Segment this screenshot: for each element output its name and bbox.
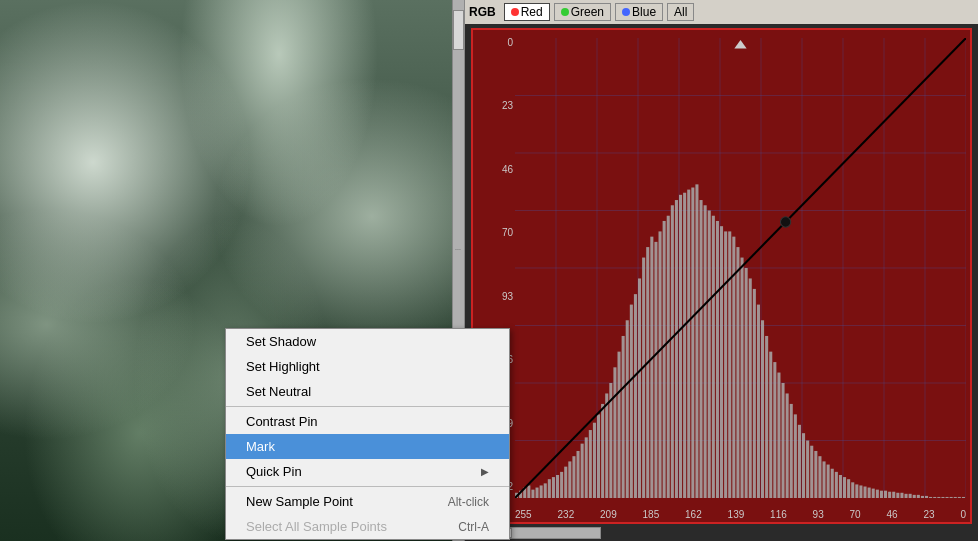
- svg-rect-82: [773, 362, 776, 498]
- svg-rect-87: [794, 414, 797, 498]
- svg-rect-119: [925, 496, 928, 498]
- y-label-23: 23: [502, 101, 513, 111]
- context-menu-item[interactable]: Contrast Pin: [226, 409, 509, 434]
- svg-rect-50: [642, 258, 645, 498]
- svg-rect-61: [687, 190, 690, 498]
- y-label-93: 93: [502, 292, 513, 302]
- svg-rect-115: [909, 494, 912, 498]
- svg-rect-92: [814, 451, 817, 498]
- svg-rect-84: [782, 383, 785, 498]
- svg-rect-68: [716, 221, 719, 498]
- svg-rect-75: [745, 268, 748, 498]
- svg-rect-112: [896, 493, 899, 498]
- svg-rect-56: [667, 216, 670, 498]
- svg-rect-108: [880, 491, 883, 498]
- svg-rect-31: [564, 467, 567, 498]
- context-menu-arrow-icon: ▶: [481, 466, 489, 477]
- x-label-0: 0: [960, 509, 966, 520]
- svg-rect-33: [572, 456, 575, 498]
- svg-rect-26: [544, 483, 547, 498]
- green-dot-icon: [561, 8, 569, 16]
- context-menu-item-label: Mark: [246, 439, 275, 454]
- y-label-46: 46: [502, 165, 513, 175]
- svg-rect-80: [765, 336, 768, 498]
- svg-rect-111: [892, 492, 895, 498]
- channel-red-button[interactable]: Red: [504, 3, 550, 21]
- histogram-svg: [515, 38, 966, 498]
- context-menu-item-label: Contrast Pin: [246, 414, 318, 429]
- svg-rect-98: [839, 475, 842, 498]
- x-label-116: 116: [770, 509, 787, 520]
- svg-rect-97: [835, 472, 838, 498]
- context-menu-item[interactable]: Select All Sample PointsCtrl-A: [226, 514, 509, 539]
- channel-green-button[interactable]: Green: [554, 3, 611, 21]
- svg-rect-109: [884, 491, 887, 498]
- svg-rect-77: [753, 289, 756, 498]
- svg-rect-95: [827, 465, 830, 498]
- context-menu-item-label: New Sample Point: [246, 494, 353, 509]
- svg-rect-117: [917, 495, 920, 498]
- svg-rect-128: [962, 497, 965, 498]
- svg-rect-37: [589, 430, 592, 498]
- svg-rect-36: [585, 437, 588, 498]
- svg-rect-122: [937, 497, 940, 498]
- context-menu-item[interactable]: New Sample PointAlt-click: [226, 489, 509, 514]
- svg-rect-22: [527, 485, 530, 498]
- channel-blue-button[interactable]: Blue: [615, 3, 663, 21]
- svg-rect-91: [810, 446, 813, 498]
- context-menu-item[interactable]: Set Neutral: [226, 379, 509, 404]
- svg-rect-39: [597, 414, 600, 498]
- svg-rect-34: [577, 451, 580, 498]
- x-label-139: 139: [728, 509, 745, 520]
- svg-rect-106: [872, 489, 875, 498]
- svg-rect-113: [900, 493, 903, 498]
- red-dot-icon: [511, 8, 519, 16]
- svg-rect-74: [741, 258, 744, 498]
- svg-rect-47: [630, 305, 633, 498]
- svg-rect-54: [659, 231, 662, 498]
- x-label-46: 46: [887, 509, 898, 520]
- svg-rect-30: [560, 472, 563, 498]
- svg-rect-78: [757, 305, 760, 498]
- x-label-93: 93: [813, 509, 824, 520]
- channel-green-label: Green: [571, 5, 604, 19]
- x-label-232: 232: [558, 509, 575, 520]
- svg-rect-126: [954, 497, 957, 498]
- channel-red-label: Red: [521, 5, 543, 19]
- context-menu-item[interactable]: Mark: [226, 434, 509, 459]
- svg-rect-102: [855, 484, 858, 498]
- context-menu-shortcut: Alt-click: [448, 495, 489, 509]
- svg-rect-28: [552, 477, 555, 498]
- context-menu-shortcut: Ctrl-A: [458, 520, 489, 534]
- svg-rect-123: [941, 497, 944, 498]
- svg-rect-23: [531, 490, 534, 498]
- svg-rect-45: [622, 336, 625, 498]
- x-label-185: 185: [643, 509, 660, 520]
- svg-point-130: [780, 217, 790, 227]
- x-label-209: 209: [600, 509, 617, 520]
- context-menu-divider: [226, 406, 509, 407]
- svg-rect-38: [593, 423, 596, 498]
- svg-rect-65: [704, 205, 707, 498]
- channel-all-button[interactable]: All: [667, 3, 694, 21]
- svg-rect-110: [888, 492, 891, 498]
- svg-rect-62: [691, 188, 694, 499]
- svg-rect-49: [638, 278, 641, 498]
- channel-blue-label: Blue: [632, 5, 656, 19]
- svg-rect-114: [905, 494, 908, 498]
- channel-label-rgb: RGB: [469, 5, 496, 19]
- context-menu-item-label: Set Shadow: [246, 334, 316, 349]
- context-menu-item-label: Quick Pin: [246, 464, 302, 479]
- x-label-23: 23: [923, 509, 934, 520]
- context-menu-item[interactable]: Quick Pin▶: [226, 459, 509, 484]
- svg-rect-89: [802, 433, 805, 498]
- context-menu-item[interactable]: Set Shadow: [226, 329, 509, 354]
- svg-rect-85: [786, 393, 789, 498]
- svg-rect-70: [724, 231, 727, 498]
- svg-rect-118: [921, 496, 924, 498]
- svg-rect-79: [761, 320, 764, 498]
- svg-rect-51: [646, 247, 649, 498]
- context-menu-item[interactable]: Set Highlight: [226, 354, 509, 379]
- svg-rect-63: [695, 184, 698, 498]
- svg-rect-24: [536, 488, 539, 498]
